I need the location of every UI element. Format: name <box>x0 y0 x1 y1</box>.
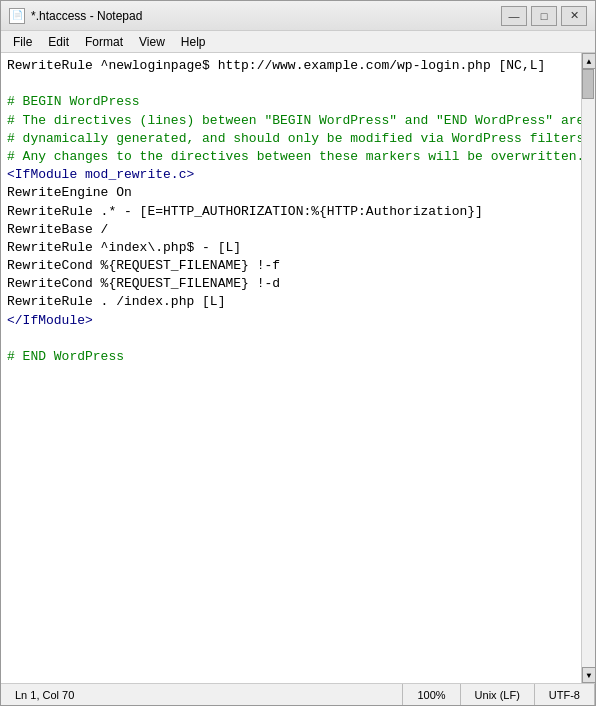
window-title: *.htaccess - Notepad <box>31 9 142 23</box>
window-controls: — □ ✕ <box>501 6 587 26</box>
notepad-window: 📄 *.htaccess - Notepad — □ ✕ File Edit F… <box>0 0 596 706</box>
vertical-scrollbar[interactable]: ▲ ▼ <box>581 53 595 683</box>
scroll-thumb[interactable] <box>582 69 594 99</box>
scroll-down-button[interactable]: ▼ <box>582 667 595 683</box>
scroll-up-button[interactable]: ▲ <box>582 53 595 69</box>
app-icon: 📄 <box>9 8 25 24</box>
menu-bar: File Edit Format View Help <box>1 31 595 53</box>
maximize-button[interactable]: □ <box>531 6 557 26</box>
status-encoding: UTF-8 <box>535 684 595 705</box>
close-button[interactable]: ✕ <box>561 6 587 26</box>
editor-area: RewriteRule ^newloginpage$ http://www.ex… <box>1 53 595 683</box>
status-bar: Ln 1, Col 70 100% Unix (LF) UTF-8 <box>1 683 595 705</box>
menu-edit[interactable]: Edit <box>40 31 77 52</box>
minimize-button[interactable]: — <box>501 6 527 26</box>
status-zoom: 100% <box>403 684 460 705</box>
menu-file[interactable]: File <box>5 31 40 52</box>
menu-format[interactable]: Format <box>77 31 131 52</box>
menu-view[interactable]: View <box>131 31 173 52</box>
title-bar-left: 📄 *.htaccess - Notepad <box>9 8 142 24</box>
status-position: Ln 1, Col 70 <box>1 684 403 705</box>
editor-content[interactable]: RewriteRule ^newloginpage$ http://www.ex… <box>1 53 581 683</box>
status-line-ending: Unix (LF) <box>461 684 535 705</box>
menu-help[interactable]: Help <box>173 31 214 52</box>
scroll-track[interactable] <box>582 69 595 667</box>
title-bar: 📄 *.htaccess - Notepad — □ ✕ <box>1 1 595 31</box>
